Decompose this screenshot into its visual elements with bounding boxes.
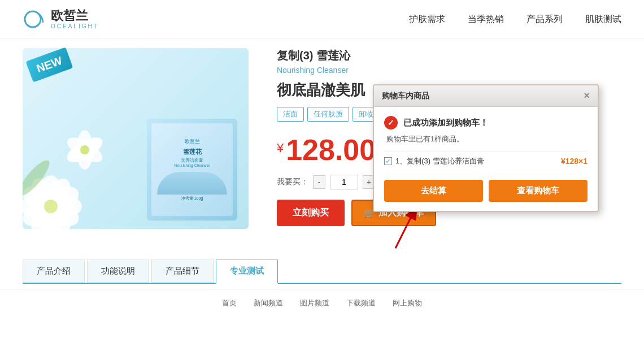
- modal-item-row: ✓ 1、复制(3) 雪莲沁养洁面膏 ¥128×1: [384, 151, 588, 171]
- success-message: ✓ 已成功添加到购物车！: [384, 116, 588, 130]
- buy-now-button[interactable]: 立刻购买: [277, 200, 345, 226]
- nav-bestseller[interactable]: 当季热销: [468, 14, 504, 25]
- nav-products[interactable]: 产品系列: [526, 14, 563, 25]
- logo-cn: 欧皙兰: [51, 8, 99, 23]
- main-nav: 护肤需求 当季热销 产品系列 肌肤测试: [409, 14, 621, 25]
- product-image-area: NEW: [23, 48, 266, 251]
- flower-decoration-left: [23, 93, 130, 229]
- logo-en: OCEALIGHT: [51, 23, 99, 30]
- checkout-button[interactable]: 去结算: [384, 180, 483, 202]
- nav-skincare[interactable]: 护肤需求: [409, 14, 445, 25]
- footer: 首页 新闻频道 图片频道 下载频道 网上购物: [0, 290, 644, 316]
- modal-item-label-area: ✓ 1、复制(3) 雪莲沁养洁面膏: [384, 156, 484, 166]
- footer-link-shop[interactable]: 网上购物: [393, 298, 422, 308]
- tag-skin-type: 任何肤质: [307, 107, 349, 122]
- modal-body: ✓ 已成功添加到购物车！ 购物车里已有1样商品。 ✓ 1、复制(3) 雪莲沁养洁…: [374, 107, 598, 211]
- tab-function[interactable]: 功能说明: [87, 260, 149, 283]
- item-checkbox[interactable]: ✓: [384, 157, 392, 165]
- quantity-minus[interactable]: -: [313, 175, 325, 189]
- main-content: NEW: [0, 39, 644, 260]
- tab-detail[interactable]: 产品细节: [151, 260, 214, 283]
- footer-link-images[interactable]: 图片频道: [300, 298, 329, 308]
- quantity-input[interactable]: [330, 175, 358, 189]
- footer-link-download[interactable]: 下载频道: [346, 298, 376, 308]
- modal-header: 购物车内商品 ×: [374, 85, 598, 107]
- product-visual: 欧皙兰 雪莲花 元养洁面膏 Nourishing Cleanser 净含量 10…: [23, 48, 249, 229]
- modal-item-name: 1、复制(3) 雪莲沁养洁面膏: [395, 156, 484, 166]
- tab-test[interactable]: 专业测试: [216, 260, 278, 284]
- header: 欧皙兰 OCEALIGHT 护肤需求 当季热销 产品系列 肌肤测试: [0, 0, 644, 39]
- quantity-label: 我要买：: [277, 177, 308, 187]
- success-text: 已成功添加到购物车！: [403, 118, 488, 128]
- product-subtitle: Nourishing Cleanser: [277, 66, 610, 75]
- price-value: 128.00: [286, 133, 376, 166]
- logo: 欧皙兰 OCEALIGHT: [23, 7, 99, 32]
- success-icon: ✓: [384, 116, 398, 130]
- modal-title: 购物车内商品: [382, 91, 429, 101]
- footer-link-news[interactable]: 新闻频道: [254, 298, 283, 308]
- modal-action-buttons: 去结算 查看购物车: [384, 180, 588, 202]
- nav-skin-test[interactable]: 肌肤测试: [585, 14, 621, 25]
- product-tabs: 产品介绍 功能说明 产品细节 专业测试: [23, 260, 621, 284]
- footer-link-home[interactable]: 首页: [222, 298, 237, 308]
- tab-intro[interactable]: 产品介绍: [23, 260, 85, 283]
- logo-icon: [23, 7, 47, 32]
- cart-modal: 购物车内商品 × ✓ 已成功添加到购物车！ 购物车里已有1样商品。 ✓ 1、复制…: [373, 84, 599, 212]
- modal-close-button[interactable]: ×: [584, 90, 590, 102]
- view-cart-button[interactable]: 查看购物车: [489, 180, 588, 202]
- svg-point-7: [44, 200, 58, 213]
- price-symbol: ¥: [277, 141, 284, 156]
- tag-cleanse: 洁面: [277, 107, 304, 122]
- modal-sub-text: 购物车里已有1样商品。: [384, 134, 588, 144]
- product-title: 复制(3) 雪莲沁: [277, 48, 610, 63]
- modal-item-price: ¥128×1: [561, 157, 588, 166]
- svg-point-12: [80, 145, 89, 154]
- product-box: 欧皙兰 雪莲花 元养洁面膏 Nourishing Cleanser 净含量 10…: [147, 119, 237, 221]
